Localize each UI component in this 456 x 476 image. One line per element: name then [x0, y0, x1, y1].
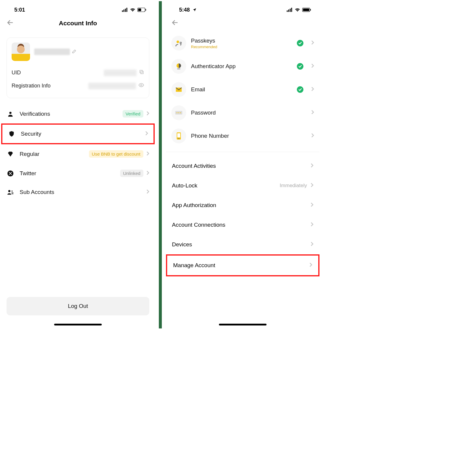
chevron-right-icon	[311, 222, 314, 228]
svg-rect-36	[178, 138, 180, 139]
status-indicators	[287, 8, 311, 12]
section-divider	[166, 152, 319, 152]
auto-lock-label: Auto-Lock	[172, 182, 198, 189]
back-button[interactable]	[7, 19, 14, 27]
verifications-row[interactable]: Verifications Verified	[1, 104, 155, 123]
passkeys-row[interactable]: Passkeys Recommended	[166, 32, 319, 55]
cellular-icon	[122, 8, 128, 12]
regular-row[interactable]: Regular Use BNB to get discount	[1, 144, 155, 164]
reg-value-redacted	[88, 83, 136, 89]
unlinked-badge: Unlinked	[120, 170, 143, 177]
security-row[interactable]: Security	[1, 123, 155, 144]
svg-point-31	[176, 112, 177, 113]
copy-icon[interactable]	[139, 69, 144, 76]
svg-rect-3	[126, 8, 127, 12]
svg-point-10	[141, 84, 142, 86]
chevron-right-icon	[311, 110, 314, 116]
chevron-right-icon	[309, 262, 312, 269]
app-authorization-row[interactable]: App Authorization	[166, 195, 319, 215]
top-nav: Account Info	[1, 15, 155, 32]
uid-label: UID	[12, 70, 21, 76]
account-connections-row[interactable]: Account Connections	[166, 215, 319, 235]
back-button[interactable]	[171, 19, 178, 27]
svg-rect-22	[303, 9, 309, 11]
battery-icon	[302, 8, 311, 12]
account-activities-row[interactable]: Account Activities	[166, 156, 319, 176]
uid-value-redacted	[104, 70, 137, 76]
svg-rect-8	[141, 71, 143, 74]
password-icon	[171, 105, 186, 120]
svg-rect-0	[122, 10, 123, 12]
manage-account-row[interactable]: Manage Account	[166, 254, 319, 276]
status-indicators	[122, 8, 146, 12]
check-icon	[297, 40, 303, 46]
home-indicator[interactable]	[54, 324, 102, 325]
chevron-right-icon	[146, 151, 149, 157]
app-authorization-label: App Authorization	[172, 202, 216, 209]
chevron-right-icon	[145, 131, 148, 137]
wifi-icon	[294, 8, 300, 12]
svg-point-32	[178, 112, 179, 113]
wifi-icon	[130, 8, 136, 12]
chevron-right-icon	[311, 87, 314, 93]
password-row[interactable]: Password	[166, 101, 319, 124]
shield-icon	[8, 131, 15, 137]
sub-accounts-label: Sub Accounts	[20, 189, 141, 195]
auto-lock-row[interactable]: Auto-Lock Immediately	[166, 176, 319, 195]
manage-account-label: Manage Account	[173, 262, 215, 269]
devices-row[interactable]: Devices	[166, 235, 319, 254]
svg-rect-18	[288, 10, 289, 12]
twitter-row[interactable]: Twitter Unlinked	[1, 164, 155, 183]
email-row[interactable]: Email	[166, 78, 319, 101]
top-nav	[166, 15, 319, 32]
sub-accounts-icon	[7, 189, 14, 195]
username-redacted	[34, 48, 70, 55]
security-label: Security	[21, 131, 140, 137]
phone-row[interactable]: Phone Number	[166, 124, 319, 148]
authenticator-icon	[171, 59, 186, 74]
passkeys-label: Passkeys	[191, 37, 292, 44]
account-connections-label: Account Connections	[172, 222, 225, 228]
svg-rect-2	[125, 9, 126, 12]
chevron-right-icon	[311, 241, 314, 248]
status-bar: 5:48	[166, 1, 319, 15]
registration-info-row: Registration Info	[12, 79, 144, 93]
screenshot-divider	[159, 1, 162, 328]
chevron-right-icon	[311, 40, 314, 46]
svg-rect-15	[12, 192, 13, 193]
svg-rect-9	[140, 70, 142, 73]
chevron-right-icon	[146, 189, 149, 195]
location-icon	[192, 8, 197, 12]
security-screen: 5:48 Passkeys Recommended	[166, 1, 319, 328]
check-icon	[297, 86, 303, 93]
svg-point-25	[176, 40, 179, 43]
email-label: Email	[191, 86, 292, 93]
svg-rect-6	[145, 9, 146, 11]
edit-icon[interactable]	[72, 48, 77, 55]
svg-rect-17	[287, 10, 288, 12]
avatar[interactable]	[12, 43, 30, 61]
password-label: Password	[191, 109, 306, 116]
svg-point-14	[12, 191, 13, 192]
cellular-icon	[287, 8, 293, 12]
email-icon	[171, 82, 186, 97]
svg-rect-5	[138, 9, 141, 11]
sub-accounts-row[interactable]: Sub Accounts	[1, 183, 155, 201]
settings-list: Verifications Verified Security Regular …	[1, 104, 155, 201]
status-time: 5:01	[14, 7, 25, 13]
authenticator-row[interactable]: Authenticator App	[166, 55, 319, 78]
diamond-icon	[7, 151, 14, 157]
profile-card: UID Registration Info	[7, 37, 149, 98]
chevron-right-icon	[311, 182, 314, 189]
logout-button[interactable]: Log Out	[7, 297, 149, 315]
home-indicator[interactable]	[219, 324, 267, 325]
battery-icon	[137, 8, 146, 12]
svg-rect-20	[291, 8, 292, 12]
svg-rect-19	[290, 9, 291, 12]
svg-rect-28	[177, 69, 181, 69]
verified-badge: Verified	[123, 110, 143, 118]
status-time: 5:48	[179, 7, 190, 13]
security-methods-list: Passkeys Recommended Authenticator App E…	[166, 32, 319, 148]
svg-rect-35	[177, 133, 180, 137]
eye-icon[interactable]	[138, 82, 144, 90]
